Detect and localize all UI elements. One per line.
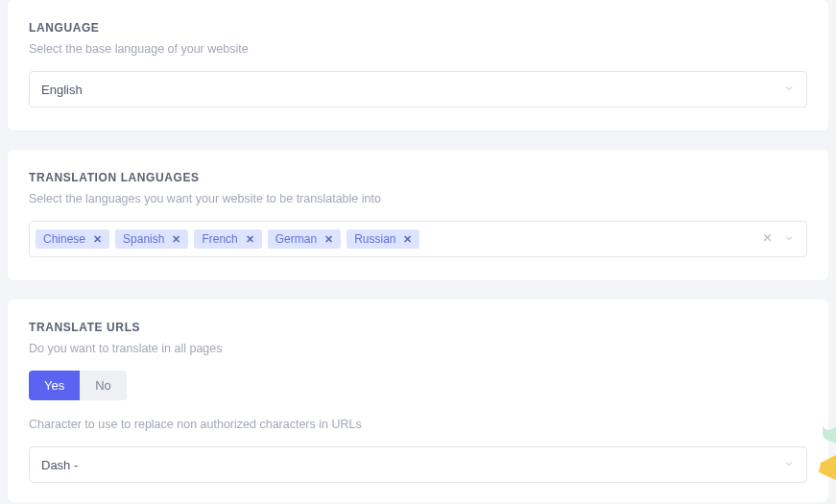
url-char-select-value: Dash - bbox=[41, 458, 783, 472]
urls-card: TRANSLATE URLS Do you want to translate … bbox=[8, 300, 828, 502]
translation-multiselect[interactable]: Chinese✕Spanish✕French✕German✕Russian✕ bbox=[29, 221, 807, 257]
toggle-no-button[interactable]: No bbox=[80, 371, 127, 400]
language-tag: Chinese✕ bbox=[36, 229, 109, 249]
tag-label: Russian bbox=[354, 232, 395, 246]
urls-help-2: Character to use to replace non authoriz… bbox=[29, 418, 807, 431]
tag-remove-icon[interactable]: ✕ bbox=[246, 233, 254, 246]
language-card: LANGUAGE Select the base language of you… bbox=[8, 0, 828, 131]
tag-remove-icon[interactable]: ✕ bbox=[93, 233, 102, 246]
tag-remove-icon[interactable]: ✕ bbox=[324, 233, 333, 246]
language-tag: Spanish✕ bbox=[115, 229, 188, 249]
tag-label: French bbox=[202, 232, 237, 246]
urls-title: TRANSLATE URLS bbox=[29, 321, 807, 334]
tag-label: Chinese bbox=[43, 232, 85, 246]
urls-help-1: Do you want to translate in all pages bbox=[29, 342, 807, 355]
language-select[interactable]: English bbox=[29, 71, 807, 108]
translation-help: Select the languages you want your websi… bbox=[29, 192, 807, 205]
toggle-yes-button[interactable]: Yes bbox=[29, 371, 80, 400]
clear-all-icon[interactable] bbox=[761, 231, 774, 247]
language-tag: French✕ bbox=[194, 229, 261, 249]
chevron-down-icon[interactable] bbox=[783, 231, 795, 247]
tag-label: Spanish bbox=[123, 232, 164, 246]
chevron-down-icon bbox=[783, 82, 795, 97]
language-tag: German✕ bbox=[268, 229, 341, 249]
translate-toggle: Yes No bbox=[29, 371, 127, 400]
tag-label: German bbox=[275, 232, 317, 246]
translation-title: TRANSLATION LANGUAGES bbox=[29, 171, 807, 184]
language-select-value: English bbox=[41, 83, 783, 97]
language-help: Select the base language of your website bbox=[29, 42, 807, 56]
tag-remove-icon[interactable]: ✕ bbox=[403, 233, 412, 246]
language-title: LANGUAGE bbox=[29, 21, 807, 35]
translation-card: TRANSLATION LANGUAGES Select the languag… bbox=[8, 150, 828, 280]
multiselect-actions bbox=[761, 231, 800, 247]
chevron-down-icon bbox=[783, 457, 795, 472]
tag-remove-icon[interactable]: ✕ bbox=[172, 233, 180, 246]
url-char-select[interactable]: Dash - bbox=[29, 446, 807, 483]
language-tag: Russian✕ bbox=[346, 229, 419, 249]
